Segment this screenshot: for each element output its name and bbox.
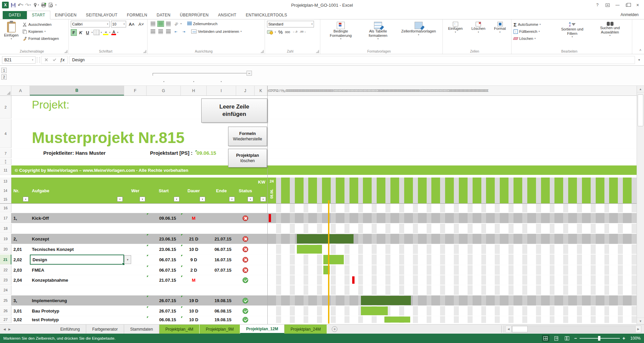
comma-style-button[interactable]: 000 xyxy=(285,30,290,34)
redo-icon[interactable]: ↷▾ xyxy=(25,2,31,8)
vertical-scroll-thumb[interactable] xyxy=(638,94,643,126)
cell-K24[interactable] xyxy=(255,285,267,295)
cell-A17[interactable]: 1, xyxy=(11,213,30,223)
row-header-9[interactable]: 9 xyxy=(5,162,6,164)
close-button[interactable]: × xyxy=(633,2,642,8)
row-header-13[interactable]: 13 xyxy=(0,180,11,183)
ribbon-tab-einfügen[interactable]: EINFÜGEN xyxy=(50,11,81,19)
sheet-tab-einführung[interactable]: Einführung xyxy=(54,325,86,334)
ribbon-tab-ansicht[interactable]: ANSICHT xyxy=(213,11,241,19)
font-size-select[interactable]: 10▾ xyxy=(111,21,126,27)
cell-I21[interactable]: 16.07.15 xyxy=(207,255,236,265)
filter-button-i[interactable]: ▾ xyxy=(229,197,235,202)
sheet-nav-left-arrow[interactable]: ◀ xyxy=(3,328,6,331)
save-icon[interactable] xyxy=(11,3,16,8)
cell-A16[interactable] xyxy=(11,204,30,212)
filter-button-g[interactable]: ▾ xyxy=(174,197,179,202)
filter-button-a[interactable]: ▾ xyxy=(23,197,29,202)
align-bottom-button[interactable] xyxy=(165,21,172,27)
grow-font-button[interactable]: A˄ xyxy=(127,21,136,27)
italic-button[interactable]: K xyxy=(78,29,84,36)
cell-B25[interactable]: Implementierung xyxy=(30,295,124,305)
cell-G20[interactable]: 23.06.15 xyxy=(147,245,181,254)
cell-B23[interactable]: Konzeptabnahme xyxy=(30,275,124,285)
page-layout-view-button[interactable] xyxy=(553,335,560,342)
row-header-11[interactable]: 11 xyxy=(0,165,11,175)
qat-customize-icon[interactable]: ▾ xyxy=(55,4,57,6)
undo-icon[interactable]: ↶▾ xyxy=(18,2,23,8)
restore-formulas-button[interactable]: Formeln Wiederherstelle xyxy=(228,127,267,146)
zoom-in-button[interactable]: + xyxy=(623,336,625,341)
cell-K16[interactable] xyxy=(255,204,267,212)
row-header-7[interactable]: 7 xyxy=(0,149,11,158)
cell-H17[interactable]: M xyxy=(181,213,207,223)
cell-F27[interactable] xyxy=(124,316,147,323)
ribbon-tab-datei[interactable]: DATEI xyxy=(3,11,27,19)
number-dialog-launcher[interactable] xyxy=(316,50,319,53)
cell-H27[interactable]: 10 D xyxy=(181,316,207,323)
hscroll-right-arrow[interactable]: ▶ xyxy=(635,326,641,333)
cell-J27[interactable] xyxy=(236,316,255,323)
cell-G27[interactable]: 06.08.15 xyxy=(147,316,181,323)
cell-K19[interactable] xyxy=(255,234,267,244)
wrap-text-button[interactable]: Zeilenumbruch xyxy=(187,21,218,27)
fill-button[interactable]: ↓Füllbereich▾ xyxy=(514,28,552,35)
hscroll-left-arrow[interactable]: ◀ xyxy=(505,326,512,333)
zoom-percentage[interactable]: 100% xyxy=(629,336,641,341)
cell-G25[interactable]: 26.07.15 xyxy=(147,295,181,305)
cell-K20[interactable] xyxy=(255,245,267,254)
filter-button-h[interactable]: ▾ xyxy=(200,197,205,202)
cell-F26[interactable] xyxy=(124,306,147,316)
project-start-date[interactable]: 09.06.15 xyxy=(195,150,216,156)
column-header-b[interactable]: B xyxy=(30,86,124,95)
ribbon-tab-überprüfen[interactable]: ÜBERPRÜFEN xyxy=(175,11,213,19)
cell-J19[interactable] xyxy=(236,234,255,244)
touch-mode-icon[interactable]: ▾ xyxy=(33,3,39,7)
enter-entry-button[interactable] xyxy=(51,58,58,62)
cell-I24[interactable] xyxy=(207,285,236,295)
cell-A25[interactable]: 3, xyxy=(11,295,30,305)
cell-F16[interactable] xyxy=(124,204,147,212)
cell-G26[interactable]: 26.07.15 xyxy=(147,306,181,316)
cell-I17[interactable] xyxy=(207,213,236,223)
alignment-dialog-launcher[interactable] xyxy=(261,50,264,53)
collapse-group-button[interactable]: − xyxy=(247,71,252,76)
row-header-18[interactable]: 18 xyxy=(0,224,11,233)
paste-button[interactable]: Einfügen▾ xyxy=(2,21,20,49)
cell-I16[interactable] xyxy=(207,204,236,212)
cell-H19[interactable]: 21 D xyxy=(181,234,207,244)
format-as-table-button[interactable]: Als Tabelle formatieren▾ xyxy=(362,21,394,49)
row-header-26[interactable]: 26 xyxy=(0,306,11,316)
row-header-23[interactable]: 23 xyxy=(0,275,11,285)
cell-dropdown-button[interactable]: ▾ xyxy=(124,255,131,264)
orientation-button[interactable]: ab xyxy=(172,19,181,28)
sheet-nav-right-arrow[interactable]: ▶ xyxy=(8,328,11,331)
row-header-16[interactable]: 16 xyxy=(0,204,11,212)
cell-A20[interactable]: 2,01 xyxy=(11,245,30,254)
sheet-tab-projektplan_12m[interactable]: Projektplan_12M xyxy=(240,325,284,334)
shrink-font-button[interactable]: A˅ xyxy=(137,21,145,27)
cell-J16[interactable] xyxy=(236,204,255,212)
font-dialog-launcher[interactable] xyxy=(143,50,146,53)
increase-indent-button[interactable]: ⇥ xyxy=(180,28,187,35)
cell-K25[interactable] xyxy=(255,295,267,305)
column-header-h[interactable]: H xyxy=(181,86,207,95)
cell-H22[interactable]: 2 D xyxy=(181,265,207,275)
row-header-14[interactable]: 14 xyxy=(0,189,11,193)
row-header-19[interactable]: 19 xyxy=(0,234,11,244)
ribbon-tab-seitenlayout[interactable]: SEITENLAYOUT xyxy=(81,11,122,19)
minimize-button[interactable]: — xyxy=(613,2,622,8)
cancel-entry-button[interactable] xyxy=(43,58,50,62)
column-header-k[interactable]: K xyxy=(255,86,267,95)
sort-filter-button[interactable]: AZ Sortieren und Filtern▾ xyxy=(554,21,590,49)
cell-G21[interactable]: 06.07.15 xyxy=(147,255,181,265)
name-box[interactable]: B21▾ xyxy=(2,56,36,64)
sheet-tab-projektplan_4m[interactable]: Projektplan_4M xyxy=(159,325,200,334)
expand-formula-bar-button[interactable]: ▾ xyxy=(636,58,642,62)
cell-A21[interactable]: 2,02 xyxy=(11,255,30,265)
filter-button-j[interactable]: ▾ xyxy=(248,197,253,202)
clear-button[interactable]: Löschen▾ xyxy=(514,36,552,42)
cell-H24[interactable] xyxy=(181,285,207,295)
ribbon-tab-formeln[interactable]: FORMELN xyxy=(122,11,152,19)
row-header-17[interactable]: 17 xyxy=(0,213,11,223)
